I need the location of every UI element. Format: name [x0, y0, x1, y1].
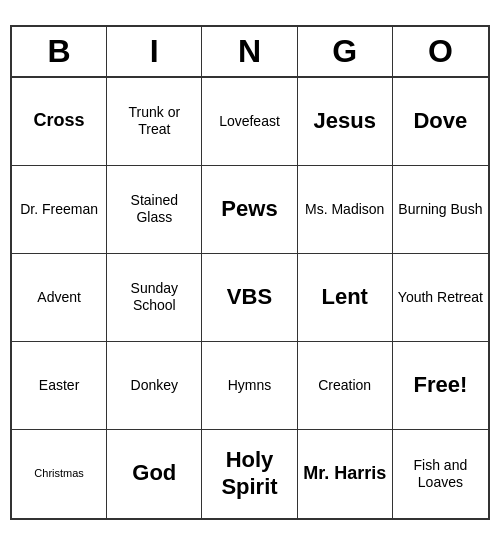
bingo-cell: Hymns — [202, 342, 297, 430]
bingo-cell: Stained Glass — [107, 166, 202, 254]
header-letter: B — [12, 27, 107, 76]
bingo-grid: CrossTrunk or TreatLovefeastJesusDoveDr.… — [12, 78, 488, 518]
bingo-cell: Holy Spirit — [202, 430, 297, 518]
bingo-card: BINGO CrossTrunk or TreatLovefeastJesusD… — [10, 25, 490, 520]
bingo-cell: Burning Bush — [393, 166, 488, 254]
bingo-cell: Christmas — [12, 430, 107, 518]
bingo-cell: Pews — [202, 166, 297, 254]
header-letter: I — [107, 27, 202, 76]
bingo-cell: Dove — [393, 78, 488, 166]
header-letter: N — [202, 27, 297, 76]
bingo-cell: Dr. Freeman — [12, 166, 107, 254]
bingo-cell: VBS — [202, 254, 297, 342]
header-letter: G — [298, 27, 393, 76]
bingo-cell: Lovefeast — [202, 78, 297, 166]
bingo-cell: Easter — [12, 342, 107, 430]
bingo-header: BINGO — [12, 27, 488, 78]
bingo-cell: Cross — [12, 78, 107, 166]
bingo-cell: Free! — [393, 342, 488, 430]
bingo-cell: Advent — [12, 254, 107, 342]
bingo-cell: Donkey — [107, 342, 202, 430]
bingo-cell: Ms. Madison — [298, 166, 393, 254]
bingo-cell: Lent — [298, 254, 393, 342]
header-letter: O — [393, 27, 488, 76]
bingo-cell: Creation — [298, 342, 393, 430]
bingo-cell: Jesus — [298, 78, 393, 166]
bingo-cell: Mr. Harris — [298, 430, 393, 518]
bingo-cell: Youth Retreat — [393, 254, 488, 342]
bingo-cell: God — [107, 430, 202, 518]
bingo-cell: Fish and Loaves — [393, 430, 488, 518]
bingo-cell: Trunk or Treat — [107, 78, 202, 166]
bingo-cell: Sunday School — [107, 254, 202, 342]
